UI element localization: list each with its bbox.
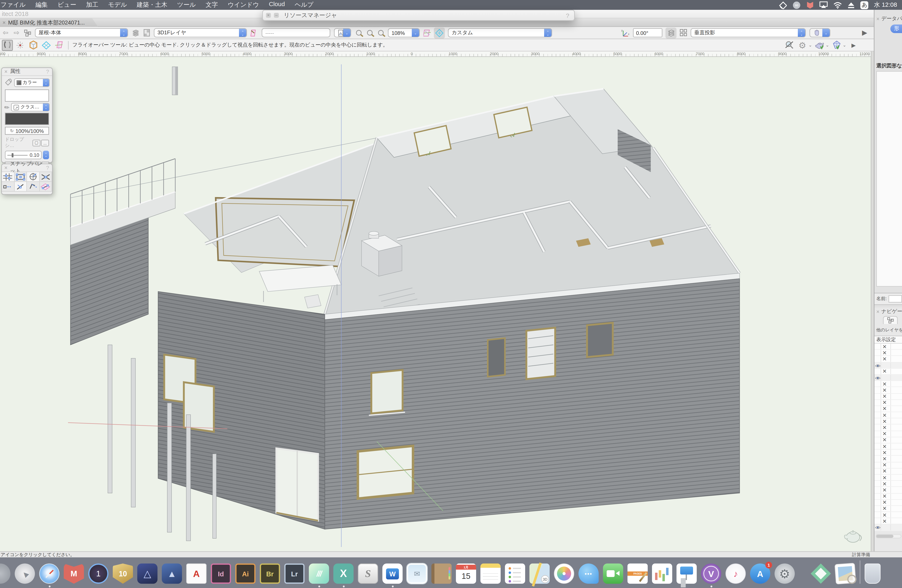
dock-app-bridge[interactable]: Br [260, 563, 280, 584]
unified-view-icon[interactable] [434, 27, 445, 38]
minimize-icon[interactable]: – [274, 13, 279, 18]
adobe-bridge-icon[interactable]: Br [260, 563, 280, 584]
help-icon[interactable]: ? [566, 12, 569, 19]
vw-updater-icon[interactable] [779, 1, 787, 9]
system-preferences-icon[interactable]: ⚙ [775, 563, 795, 584]
safari-icon[interactable] [39, 563, 60, 584]
layer-row-6[interactable]: ✕ [874, 381, 902, 387]
layer-row-29[interactable] [874, 524, 902, 531]
back-arrow-icon[interactable]: ⇦ [1, 28, 10, 37]
dock-app-contacts[interactable] [431, 563, 452, 584]
dock-app-scrivener[interactable]: S [358, 563, 378, 584]
dock-app-calendar[interactable]: 1月15 [456, 563, 476, 584]
fit-objects-zoom-icon[interactable] [365, 28, 374, 37]
line-weight-slider[interactable]: 0.10 [5, 151, 42, 159]
nav-horizontal-scrollbar[interactable] [875, 534, 901, 538]
layer-row-17[interactable]: ✕ [874, 450, 902, 456]
zoom-level-dropdown[interactable]: 108% ⌄ [388, 28, 420, 38]
stepper-icon[interactable]: ⌃⌄ [43, 103, 49, 111]
layer-row-18[interactable]: ✕ [874, 456, 902, 462]
airplay-icon[interactable] [819, 1, 828, 9]
dock-app-preview[interactable] [835, 563, 855, 584]
flyover-object-mode-icon[interactable] [28, 40, 39, 51]
working-plane-mode-icon[interactable] [41, 40, 52, 51]
intersection-snap-icon[interactable] [40, 172, 52, 182]
dock-app-acrobat[interactable]: A [186, 563, 207, 584]
edge-snap-icon[interactable] [27, 182, 40, 192]
creative-cloud-icon[interactable]: ∞ [792, 1, 801, 9]
dock-app-shield10[interactable]: 10 [113, 563, 133, 584]
help-icon[interactable]: ? [46, 69, 49, 75]
active-class-dropdown[interactable]: 屋根-本体 ⌃⌄ [35, 28, 128, 38]
adobe-illustrator-icon[interactable]: Ai [235, 563, 255, 584]
layer-row-26[interactable]: ✕ [874, 506, 902, 512]
eye-icon[interactable] [875, 526, 880, 530]
numbers-icon[interactable] [652, 563, 672, 584]
menu-item-1[interactable]: 編集 [31, 1, 53, 9]
close-icon[interactable]: × [4, 165, 8, 171]
dock-app-lightroom[interactable]: Lr [284, 563, 305, 584]
dock-app-keynote[interactable] [676, 563, 697, 584]
stepper-icon[interactable]: ⌃⌄ [43, 79, 49, 86]
menu-item-4[interactable]: モデル [103, 1, 132, 9]
eye-icon[interactable] [875, 376, 880, 380]
opacity-button[interactable]: ↻ 100%/100% [5, 127, 49, 135]
dock-app-photos[interactable] [554, 563, 574, 584]
fit-page-zoom-icon[interactable] [354, 28, 363, 37]
rotation-angle-field[interactable]: 0.00° [633, 28, 662, 38]
dock-app-vectorworks[interactable]: V [701, 563, 721, 584]
active-layer-dropdown[interactable]: 3D1Fレイヤ ⌃⌄ [154, 28, 247, 38]
dock-app-greennote[interactable] [811, 563, 831, 584]
dock-app-affphoto[interactable]: △ [137, 563, 158, 584]
dock-app-messages[interactable]: ••• [578, 563, 599, 584]
shape-tab[interactable]: 形 [890, 25, 902, 33]
fill-style-dropdown[interactable]: カラー ⌃⌄ [14, 78, 50, 87]
layer-row-5[interactable] [874, 375, 902, 381]
mail-icon[interactable]: ✉ [407, 563, 427, 584]
data-palette-header[interactable]: × データパ [874, 15, 902, 23]
dock-app-illustrator[interactable]: Ai [235, 563, 255, 584]
attributes-palette-header[interactable]: × 属性 ? [2, 68, 52, 76]
pen-preview[interactable] [5, 113, 49, 125]
dock-app-word[interactable]: W [382, 563, 402, 584]
app-partial-icon[interactable] [0, 563, 10, 584]
object-snap-icon[interactable] [14, 172, 27, 182]
canvas-scrollbar[interactable] [871, 52, 874, 551]
plane-snap-icon[interactable] [40, 182, 52, 192]
close-icon[interactable]: × [266, 13, 271, 18]
layer-row-24[interactable]: ✕ [874, 493, 902, 500]
dock-app-facetime[interactable] [603, 563, 623, 584]
layer-row-2[interactable]: ✕ [874, 356, 902, 363]
menu-item-10[interactable]: ヘルプ [290, 1, 318, 9]
affinity-photo-icon[interactable]: △ [137, 563, 158, 584]
toolbar-overflow-icon[interactable]: ▶ [860, 28, 869, 37]
dock-app-itunes[interactable]: ♪ [725, 563, 746, 584]
menu-item-8[interactable]: ウインドウ [223, 1, 264, 9]
teal-x-app-icon[interactable]: X [334, 563, 354, 584]
display-settings-header[interactable]: 表示設定 [874, 336, 902, 344]
affinity-cone-icon[interactable]: ▲ [162, 563, 182, 584]
eject-icon[interactable] [848, 1, 855, 9]
layer-row-20[interactable]: ✕ [874, 468, 902, 475]
saved-view-dropdown[interactable]: カスタム ⌃⌄ [448, 28, 552, 38]
layer-row-28[interactable]: ✕ [874, 518, 902, 525]
render-mode-teapot-icon[interactable] [814, 40, 825, 51]
grid-snap-icon[interactable] [2, 172, 14, 182]
trash-icon[interactable] [864, 563, 880, 584]
forward-arrow-icon[interactable]: ⇨ [12, 28, 21, 37]
dock-app-safari[interactable] [39, 563, 60, 584]
keynote-icon[interactable] [676, 563, 697, 584]
layer-stack-icon[interactable] [131, 28, 140, 37]
menu-item-0[interactable]: ファイル [0, 1, 31, 9]
layer-row-25[interactable]: ✕ [874, 500, 902, 506]
drop-shadow-more-button[interactable]: ... [41, 139, 49, 146]
layer-row-14[interactable]: ✕ [874, 431, 902, 437]
pages-icon[interactable]: PAGES [628, 563, 648, 584]
menubar-clock[interactable]: 水 12:08 [874, 1, 897, 9]
snap-palette-header[interactable]: × スナップパレット ? [2, 164, 52, 172]
clip-cube-icon[interactable] [423, 28, 431, 37]
angle-snap-icon[interactable] [27, 172, 40, 182]
adobe-lightroom-icon[interactable]: Lr [284, 563, 305, 584]
vectorworks-icon[interactable]: V [701, 563, 721, 584]
line-type-dropdown[interactable]: ----- [262, 28, 330, 38]
